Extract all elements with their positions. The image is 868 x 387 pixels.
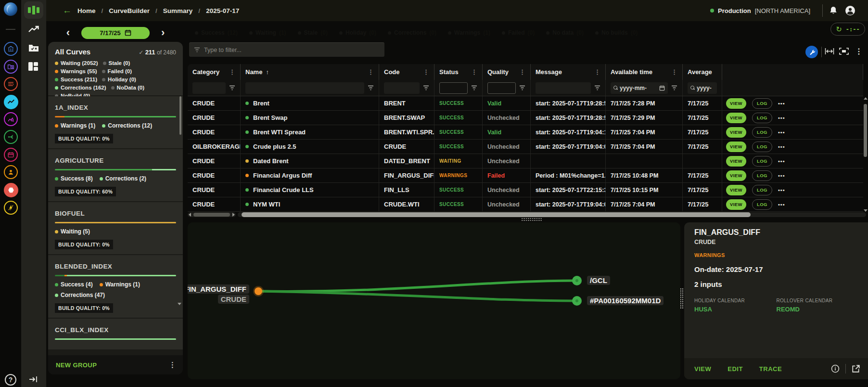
next-day-button[interactable]: › <box>161 28 165 38</box>
column-header-category[interactable]: Category⋮ <box>188 64 241 80</box>
folder-search-icon[interactable] <box>4 60 18 74</box>
filter-icon[interactable] <box>594 85 600 90</box>
view-button[interactable]: VIEW <box>726 98 746 109</box>
row-menu-icon[interactable]: ••• <box>778 158 785 164</box>
filter-icon[interactable] <box>368 85 374 90</box>
auto-refresh-button[interactable]: ↻ -:-- <box>830 23 865 36</box>
scroll-down-icon[interactable] <box>864 209 868 212</box>
log-button[interactable]: LOG <box>752 170 772 181</box>
status-filter-chip[interactable]: Corrections(0) <box>382 27 442 38</box>
curve-list-icon[interactable] <box>4 77 18 91</box>
scroll-left-icon[interactable] <box>189 213 191 217</box>
view-button[interactable]: VIEW <box>726 142 746 152</box>
table-row[interactable]: CRUDE Brent WTI Spread BRENT.WTI.SPR... … <box>188 125 863 140</box>
column-kebab-icon[interactable]: ⋮ <box>594 68 600 76</box>
log-button[interactable]: LOG <box>752 156 772 167</box>
group-card[interactable]: 1A_INDEX Warnings (1)Corrections (12) BU… <box>48 96 183 149</box>
column-kebab-icon[interactable]: ⋮ <box>471 68 477 76</box>
alert-hexagon-icon[interactable] <box>4 183 18 197</box>
status-filter-chip[interactable]: No data(0) <box>540 27 589 38</box>
dashboard-icon[interactable] <box>28 62 38 73</box>
category-filter-input[interactable] <box>195 85 223 91</box>
table-row[interactable]: CRUDE Financial Argus Diff FIN_ARGUS_DIF… <box>188 168 863 183</box>
graph-input-node[interactable] <box>572 276 582 285</box>
table-row[interactable]: CRUDE Dated Brent DATED_BRENT WAITING Un… <box>188 154 863 168</box>
column-header-quality[interactable]: Quality⋮ <box>483 64 531 80</box>
breadcrumb-summary[interactable]: Summary <box>163 7 193 14</box>
column-header-average[interactable]: Average <box>683 64 722 80</box>
trend-up-icon[interactable] <box>28 25 39 36</box>
open-in-new-icon[interactable] <box>852 364 860 373</box>
column-kebab-icon[interactable]: ⋮ <box>229 68 235 76</box>
rollover-calendar-value[interactable]: REOMD <box>777 306 859 313</box>
status-filter-chip[interactable]: No builds(0) <box>589 27 643 38</box>
row-menu-icon[interactable]: ••• <box>778 202 785 207</box>
pinned-columns-scrollbar[interactable] <box>188 212 236 217</box>
settings-wrench-icon[interactable] <box>805 46 818 58</box>
graph-root-node[interactable] <box>255 287 262 295</box>
table-horizontal-scrollbar[interactable] <box>238 212 866 217</box>
row-menu-icon[interactable]: ••• <box>778 115 785 121</box>
calendar-icon[interactable] <box>659 85 665 91</box>
row-menu-icon[interactable]: ••• <box>778 187 785 193</box>
filter-icon[interactable] <box>671 85 677 90</box>
collapse-sidebar-icon[interactable] <box>28 375 38 385</box>
group-card[interactable]: BLENDED_INDEX Success (4)Warnings (1)Cor… <box>48 255 183 319</box>
trace-action[interactable]: TRACE <box>759 365 782 373</box>
column-kebab-icon[interactable]: ⋮ <box>519 68 525 76</box>
left-panel-scrollbar[interactable] <box>179 96 181 135</box>
table-vertical-scrollbar[interactable] <box>864 97 867 212</box>
new-group-button[interactable]: NEW GROUP <box>56 361 97 369</box>
status-filter-chip[interactable]: Failed(0) <box>496 27 540 38</box>
dependency-graph-panel[interactable]: FIN_ARGUS_DIFF CRUDE /GCL #PA00160592MM0… <box>188 222 680 379</box>
filter-icon[interactable] <box>229 85 235 90</box>
date-picker-button[interactable]: 7/17/25 <box>81 27 150 39</box>
breadcrumb-curvebuilder[interactable]: CurveBuilder <box>109 7 150 14</box>
status-filter-chip[interactable]: Success(12) <box>189 27 243 38</box>
quality-filter-input[interactable] <box>491 85 512 91</box>
distribution-icon[interactable] <box>4 130 18 144</box>
left-panel-scroll-down-icon[interactable] <box>178 303 181 305</box>
log-button[interactable]: LOG <box>752 127 772 138</box>
bank-icon[interactable] <box>4 42 18 56</box>
group-card[interactable]: CCI_BLX_INDEX <box>48 319 183 350</box>
status-filter-chip[interactable]: Stale(0) <box>292 27 333 38</box>
filter-icon[interactable] <box>519 85 525 90</box>
row-menu-icon[interactable]: ••• <box>778 101 785 106</box>
chart-search-icon[interactable] <box>4 112 18 126</box>
log-button[interactable]: LOG <box>752 113 772 123</box>
table-row[interactable]: CRUDE Brent BRENT SUCCESS Valid start: 2… <box>188 96 863 111</box>
table-row[interactable]: OILBROKERAGE Crude plus 2.5 CRUDE SUCCES… <box>188 140 863 154</box>
status-filter-chip[interactable]: Warnings(1) <box>442 27 496 38</box>
table-row[interactable]: CRUDE Financial Crude LLS FIN_LLS SUCCES… <box>188 183 863 197</box>
table-menu-kebab-icon[interactable]: ⋮ <box>855 47 863 56</box>
view-button[interactable]: VIEW <box>726 113 746 123</box>
row-menu-icon[interactable]: ••• <box>778 173 785 179</box>
scrollbar-thumb[interactable] <box>864 104 867 157</box>
average-filter-input[interactable] <box>697 85 714 91</box>
column-header-status[interactable]: Status⋮ <box>434 64 483 80</box>
view-button[interactable]: VIEW <box>726 185 746 195</box>
group-card[interactable]: BIOFUEL Waiting (5) BUILD QUALITY: 0% <box>48 202 183 255</box>
scrollbar-thumb[interactable] <box>193 213 230 217</box>
scroll-up-icon[interactable] <box>864 97 868 100</box>
view-button[interactable]: VIEW <box>726 199 746 210</box>
notification-bell-icon[interactable] <box>829 6 838 17</box>
status-filter-chip[interactable]: Waiting(1) <box>243 27 292 38</box>
type-to-filter-input[interactable] <box>204 47 380 53</box>
column-header-available-time[interactable]: Available time⋮ <box>606 64 683 80</box>
row-menu-icon[interactable]: ••• <box>778 129 785 135</box>
view-action[interactable]: VIEW <box>694 365 711 373</box>
graph-input-node[interactable] <box>572 296 582 306</box>
view-button[interactable]: VIEW <box>726 127 746 138</box>
filter-icon[interactable] <box>423 85 429 90</box>
fit-screen-icon[interactable] <box>839 48 849 57</box>
flash-icon[interactable] <box>4 201 18 215</box>
available-time-filter-input[interactable] <box>620 85 657 91</box>
log-button[interactable]: LOG <box>752 142 772 152</box>
all-curves-card[interactable]: All Curves ✓ 211 of 2480 Waiting (2052)S… <box>48 42 183 96</box>
filter-icon[interactable] <box>471 85 477 90</box>
table-row[interactable]: CRUDE Brent Swap BRENT.SWAP SUCCESS Unch… <box>188 111 863 125</box>
user-icon[interactable] <box>4 165 18 179</box>
horizontal-resize-handle[interactable] <box>521 218 542 221</box>
